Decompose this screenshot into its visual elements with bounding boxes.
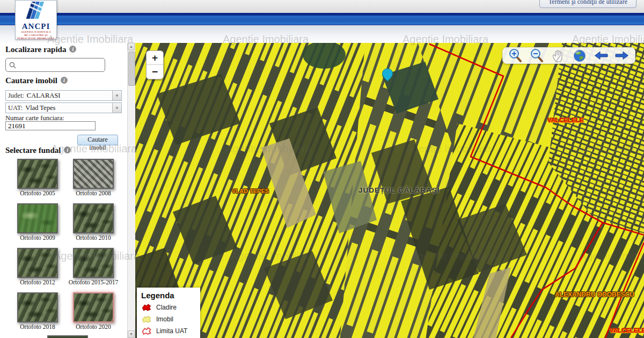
scroll-up-icon[interactable]: ▲ [128,43,135,50]
zoom-in-button[interactable]: + [147,51,163,65]
ortofoto-2010-thumbnail[interactable] [73,203,114,233]
map-label-vlad-tepes: VLAD TEPES [232,188,269,194]
search-property-title-text: Cautare imobil [5,76,57,85]
map-legend: Legenda Cladire Imobil Limita UAT [137,288,200,338]
header-bottom-band [0,25,644,43]
ancpi-geoportal-page: Termeni şi condiţii de utilizare ANCPI A… [0,0,644,338]
legend-item-imobil: Imobil [141,315,196,324]
ortofoto-2005-thumbnail[interactable] [17,159,58,189]
map-label-alexandru-odobescu: ALEXANDRU ODOBESCU [555,291,634,298]
map-label-valcelele-partial: VALCELELE [610,327,644,334]
limita-uat-swatch-icon [141,327,152,335]
zoom-in-tool-button[interactable] [508,48,523,63]
map-viewport[interactable]: VLAD TEPES JUDEȚUL CĂLĂRAȘI VALCELELE AL… [135,43,644,338]
ortofoto-label: Ortofoto 2008 [67,190,120,196]
ancpi-subtitle-3: PUBLICITATE IMOBILIARĂ [16,37,56,40]
ancpi-acronym: ANCPI [16,23,56,31]
ortofoto-option: Ortofoto 2010 [67,203,120,241]
ortofoto-2020-thumbnail-selected[interactable] [73,292,114,322]
legend-label: Cladire [156,304,177,311]
arrow-right-icon [615,51,629,60]
ortofoto-2012-thumbnail[interactable] [17,248,58,278]
sidebar-scrollbar[interactable]: ▲ ▼ [127,43,135,338]
magnifier-minus-icon [530,48,544,63]
forward-extent-button[interactable] [615,48,630,63]
ortofoto-option: Ortofoto 2005 [11,159,64,196]
ortofoto-label: Ortofoto 2018 [11,324,64,330]
terms-and-conditions-button[interactable]: Termeni şi condiţii de utilizare [539,0,636,8]
uat-select[interactable]: UAT: Vlad Tepes ▼ [5,102,122,113]
map-label-judetul-calarasi: JUDEȚUL CĂLĂRAȘI [358,186,440,194]
cladire-swatch-icon [141,303,152,312]
ortofoto-label: Ortofoto 2005 [11,190,64,196]
search-property-title: Cautare imobili [5,76,68,85]
zoom-out-tool-button[interactable] [530,48,544,63]
search-property-button[interactable]: Cautare imobil [77,135,118,145]
ortofoto-label: Ortofoto 2010 [67,234,120,241]
ortofoto-2018-thumbnail[interactable] [17,292,58,322]
pan-tool-button[interactable] [551,48,566,63]
ortofoto-option: Ortofoto 2012 [11,248,64,285]
quick-locate-title: Localizare rapidai [5,45,76,54]
info-icon[interactable]: i [61,77,68,84]
ortofoto-label: Ortofoto 2012 [11,279,64,285]
background-select-title: Selectare fundali [5,146,71,155]
ortofoto-2015-2017-thumbnail[interactable] [73,248,114,278]
legend-label: Limita UAT [156,327,187,335]
header: Termeni şi condiţii de utilizare ANCPI A… [0,0,644,43]
map-label-valcelele: VALCELELE [547,117,584,123]
quick-locate-input[interactable] [18,60,105,70]
ortofoto-label: Ortofoto 2009 [11,234,64,241]
ortofoto-option: Ortofoto 2009 [11,203,64,241]
legend-label: Imobil [156,315,173,323]
ortofoto-option: Ortofoto 2018 [11,292,64,330]
judet-label: Judet: [6,92,24,100]
cf-number-input[interactable] [5,121,96,130]
arrow-left-icon [594,51,608,60]
ancpi-logo[interactable]: ANCPI AGENŢIA NAŢIONALĂ DE CADASTRU ŞI P… [15,0,57,40]
ancpi-subtitle-1: AGENŢIA NAŢIONALĂ [16,31,56,34]
ortofoto-2009-thumbnail[interactable] [17,203,58,233]
info-icon[interactable]: i [69,46,76,53]
judet-value: CALARASI [24,92,61,100]
map-toolbar [502,47,635,64]
full-extent-button[interactable] [572,48,587,63]
ortofoto-thumbnail-grid: Ortofoto 2005 Ortofoto 2008 Ortofoto 200… [11,159,120,337]
ortofoto-label: Ortofoto 2015-2017 [67,279,120,285]
ortofoto-option: Ortofoto 2020 [67,292,120,330]
legend-title: Legenda [141,291,196,300]
sidebar: Localizare rapidai Cautare imobili Judet… [0,43,135,338]
info-icon[interactable]: i [64,146,71,153]
ortofoto-2008-thumbnail[interactable] [73,159,114,189]
legend-item-cladire: Cladire [141,303,196,312]
scroll-down-icon[interactable]: ▼ [128,330,135,338]
map-zoom-control: + − [146,50,164,79]
judet-select[interactable]: Judet: CALARASI ▼ [5,90,122,101]
globe-icon [573,49,587,63]
scrollbar-thumb[interactable] [128,52,135,86]
uat-value: Vlad Tepes [23,104,55,112]
ortofoto-next-thumbnail-partial[interactable] [47,335,88,338]
imobil-swatch-icon [141,315,152,324]
quick-locate-search-box [5,58,105,72]
zoom-out-button[interactable]: − [147,65,163,78]
chevron-down-icon[interactable]: ▼ [112,103,121,113]
legend-item-limita-uat: Limita UAT [141,327,196,335]
background-select-title-text: Selectare fundal [5,146,61,155]
magnifier-plus-icon [508,48,523,63]
quick-locate-title-text: Localizare rapida [5,45,66,54]
hand-icon [551,49,565,63]
ortofoto-option: Ortofoto 2008 [67,159,120,196]
header-blue-bar [0,16,644,25]
search-icon [9,62,16,69]
ortofoto-option: Ortofoto 2015-2017 [67,248,120,285]
chevron-down-icon[interactable]: ▼ [112,91,121,100]
ortofoto-label: Ortofoto 2020 [67,324,120,330]
ancpi-flag-icon [24,2,48,20]
uat-label: UAT: [6,104,23,112]
back-extent-button[interactable] [594,48,608,63]
